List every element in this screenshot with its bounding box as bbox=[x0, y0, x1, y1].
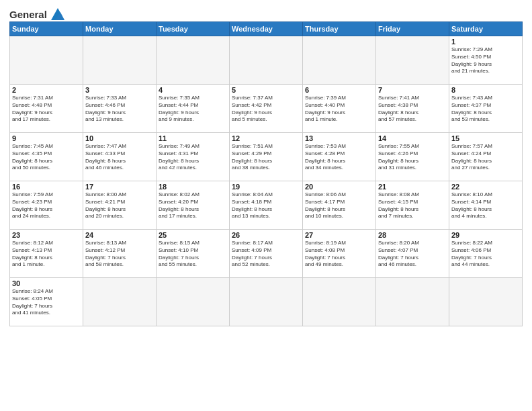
day-number: 20 bbox=[305, 183, 373, 191]
weekday-wednesday: Wednesday bbox=[230, 22, 303, 36]
calendar-cell: 26Sunrise: 8:17 AM Sunset: 4:09 PM Dayli… bbox=[230, 230, 303, 278]
week-row-1: 1Sunrise: 7:29 AM Sunset: 4:50 PM Daylig… bbox=[10, 36, 523, 85]
day-number: 17 bbox=[85, 183, 154, 191]
week-row-3: 9Sunrise: 7:45 AM Sunset: 4:35 PM Daylig… bbox=[10, 133, 523, 181]
day-info: Sunrise: 7:51 AM Sunset: 4:29 PM Dayligh… bbox=[232, 143, 300, 172]
day-number: 11 bbox=[159, 134, 227, 142]
day-info: Sunrise: 8:02 AM Sunset: 4:20 PM Dayligh… bbox=[159, 191, 227, 220]
day-number: 25 bbox=[159, 231, 227, 239]
day-number: 28 bbox=[378, 231, 447, 239]
day-number: 18 bbox=[159, 183, 227, 191]
weekday-header-row: SundayMondayTuesdayWednesdayThursdayFrid… bbox=[10, 22, 523, 36]
day-number: 1 bbox=[451, 38, 520, 46]
week-row-2: 2Sunrise: 7:31 AM Sunset: 4:48 PM Daylig… bbox=[10, 85, 523, 133]
header: General bbox=[9, 7, 523, 19]
day-info: Sunrise: 7:31 AM Sunset: 4:48 PM Dayligh… bbox=[12, 95, 81, 124]
day-number: 15 bbox=[451, 134, 520, 142]
day-info: Sunrise: 7:55 AM Sunset: 4:26 PM Dayligh… bbox=[378, 143, 447, 172]
weekday-saturday: Saturday bbox=[449, 22, 523, 36]
calendar-cell: 23Sunrise: 8:12 AM Sunset: 4:13 PM Dayli… bbox=[10, 230, 83, 278]
calendar-cell: 7Sunrise: 7:41 AM Sunset: 4:38 PM Daylig… bbox=[376, 85, 449, 133]
day-info: Sunrise: 7:57 AM Sunset: 4:24 PM Dayligh… bbox=[451, 143, 520, 172]
weekday-friday: Friday bbox=[376, 22, 449, 36]
day-number: 26 bbox=[232, 231, 300, 239]
calendar-cell: 12Sunrise: 7:51 AM Sunset: 4:29 PM Dayli… bbox=[230, 133, 303, 181]
day-info: Sunrise: 8:24 AM Sunset: 4:05 PM Dayligh… bbox=[12, 288, 81, 317]
day-info: Sunrise: 8:08 AM Sunset: 4:15 PM Dayligh… bbox=[378, 191, 447, 220]
day-info: Sunrise: 7:45 AM Sunset: 4:35 PM Dayligh… bbox=[12, 143, 81, 172]
day-info: Sunrise: 8:04 AM Sunset: 4:18 PM Dayligh… bbox=[232, 191, 300, 220]
calendar-header: SundayMondayTuesdayWednesdayThursdayFrid… bbox=[10, 22, 523, 36]
logo-general: General bbox=[9, 9, 47, 20]
day-number: 4 bbox=[159, 86, 227, 94]
day-number: 12 bbox=[232, 134, 300, 142]
calendar-body: 1Sunrise: 7:29 AM Sunset: 4:50 PM Daylig… bbox=[10, 36, 523, 326]
calendar-cell: 2Sunrise: 7:31 AM Sunset: 4:48 PM Daylig… bbox=[10, 85, 83, 133]
calendar-cell bbox=[10, 36, 83, 85]
logo: General bbox=[9, 7, 67, 19]
calendar-cell: 29Sunrise: 8:22 AM Sunset: 4:06 PM Dayli… bbox=[449, 230, 523, 278]
calendar-cell: 17Sunrise: 8:00 AM Sunset: 4:21 PM Dayli… bbox=[83, 181, 157, 230]
calendar-cell bbox=[157, 278, 230, 326]
day-info: Sunrise: 8:17 AM Sunset: 4:09 PM Dayligh… bbox=[232, 240, 300, 269]
day-info: Sunrise: 7:53 AM Sunset: 4:28 PM Dayligh… bbox=[305, 143, 373, 172]
day-number: 2 bbox=[12, 86, 81, 94]
day-info: Sunrise: 8:00 AM Sunset: 4:21 PM Dayligh… bbox=[85, 191, 154, 220]
day-number: 22 bbox=[451, 183, 520, 191]
calendar-cell: 27Sunrise: 8:19 AM Sunset: 4:08 PM Dayli… bbox=[303, 230, 376, 278]
weekday-monday: Monday bbox=[83, 22, 157, 36]
calendar-cell: 14Sunrise: 7:55 AM Sunset: 4:26 PM Dayli… bbox=[376, 133, 449, 181]
day-number: 9 bbox=[12, 134, 81, 142]
logo-icon bbox=[48, 7, 67, 21]
day-number: 3 bbox=[85, 86, 154, 94]
day-number: 8 bbox=[451, 86, 520, 94]
day-info: Sunrise: 7:49 AM Sunset: 4:31 PM Dayligh… bbox=[159, 143, 227, 172]
day-number: 30 bbox=[12, 279, 81, 287]
day-info: Sunrise: 8:19 AM Sunset: 4:08 PM Dayligh… bbox=[305, 240, 373, 269]
day-number: 19 bbox=[232, 183, 300, 191]
page: General SundayMondayTuesdayWednesdayThur… bbox=[0, 0, 532, 411]
calendar-cell bbox=[449, 278, 523, 326]
calendar-cell: 8Sunrise: 7:43 AM Sunset: 4:37 PM Daylig… bbox=[449, 85, 523, 133]
calendar-cell: 22Sunrise: 8:10 AM Sunset: 4:14 PM Dayli… bbox=[449, 181, 523, 230]
calendar-cell: 11Sunrise: 7:49 AM Sunset: 4:31 PM Dayli… bbox=[157, 133, 230, 181]
day-info: Sunrise: 7:39 AM Sunset: 4:40 PM Dayligh… bbox=[305, 95, 373, 124]
day-info: Sunrise: 7:47 AM Sunset: 4:33 PM Dayligh… bbox=[85, 143, 154, 172]
day-number: 27 bbox=[305, 231, 373, 239]
day-info: Sunrise: 7:29 AM Sunset: 4:50 PM Dayligh… bbox=[451, 46, 520, 75]
week-row-5: 23Sunrise: 8:12 AM Sunset: 4:13 PM Dayli… bbox=[10, 230, 523, 278]
day-number: 23 bbox=[12, 231, 81, 239]
calendar-cell bbox=[157, 36, 230, 85]
calendar-cell: 1Sunrise: 7:29 AM Sunset: 4:50 PM Daylig… bbox=[449, 36, 523, 85]
calendar: SundayMondayTuesdayWednesdayThursdayFrid… bbox=[9, 21, 523, 326]
day-info: Sunrise: 7:41 AM Sunset: 4:38 PM Dayligh… bbox=[378, 95, 447, 124]
week-row-6: 30Sunrise: 8:24 AM Sunset: 4:05 PM Dayli… bbox=[10, 278, 523, 326]
calendar-cell: 18Sunrise: 8:02 AM Sunset: 4:20 PM Dayli… bbox=[157, 181, 230, 230]
calendar-cell: 6Sunrise: 7:39 AM Sunset: 4:40 PM Daylig… bbox=[303, 85, 376, 133]
calendar-cell: 10Sunrise: 7:47 AM Sunset: 4:33 PM Dayli… bbox=[83, 133, 157, 181]
day-number: 24 bbox=[85, 231, 154, 239]
calendar-cell: 30Sunrise: 8:24 AM Sunset: 4:05 PM Dayli… bbox=[10, 278, 83, 326]
day-info: Sunrise: 7:35 AM Sunset: 4:44 PM Dayligh… bbox=[159, 95, 227, 124]
calendar-cell bbox=[230, 36, 303, 85]
day-info: Sunrise: 8:06 AM Sunset: 4:17 PM Dayligh… bbox=[305, 191, 373, 220]
calendar-cell bbox=[83, 278, 157, 326]
calendar-cell bbox=[83, 36, 157, 85]
calendar-cell bbox=[376, 36, 449, 85]
day-info: Sunrise: 7:59 AM Sunset: 4:23 PM Dayligh… bbox=[12, 191, 81, 220]
day-number: 16 bbox=[12, 183, 81, 191]
calendar-cell bbox=[376, 278, 449, 326]
day-info: Sunrise: 8:10 AM Sunset: 4:14 PM Dayligh… bbox=[451, 191, 520, 220]
calendar-cell bbox=[303, 36, 376, 85]
calendar-cell bbox=[303, 278, 376, 326]
day-number: 29 bbox=[451, 231, 520, 239]
calendar-cell: 3Sunrise: 7:33 AM Sunset: 4:46 PM Daylig… bbox=[83, 85, 157, 133]
calendar-cell: 9Sunrise: 7:45 AM Sunset: 4:35 PM Daylig… bbox=[10, 133, 83, 181]
day-info: Sunrise: 8:22 AM Sunset: 4:06 PM Dayligh… bbox=[451, 240, 520, 269]
weekday-sunday: Sunday bbox=[10, 22, 83, 36]
calendar-cell: 28Sunrise: 8:20 AM Sunset: 4:07 PM Dayli… bbox=[376, 230, 449, 278]
calendar-cell: 13Sunrise: 7:53 AM Sunset: 4:28 PM Dayli… bbox=[303, 133, 376, 181]
calendar-cell: 5Sunrise: 7:37 AM Sunset: 4:42 PM Daylig… bbox=[230, 85, 303, 133]
calendar-cell: 24Sunrise: 8:13 AM Sunset: 4:12 PM Dayli… bbox=[83, 230, 157, 278]
day-number: 13 bbox=[305, 134, 373, 142]
